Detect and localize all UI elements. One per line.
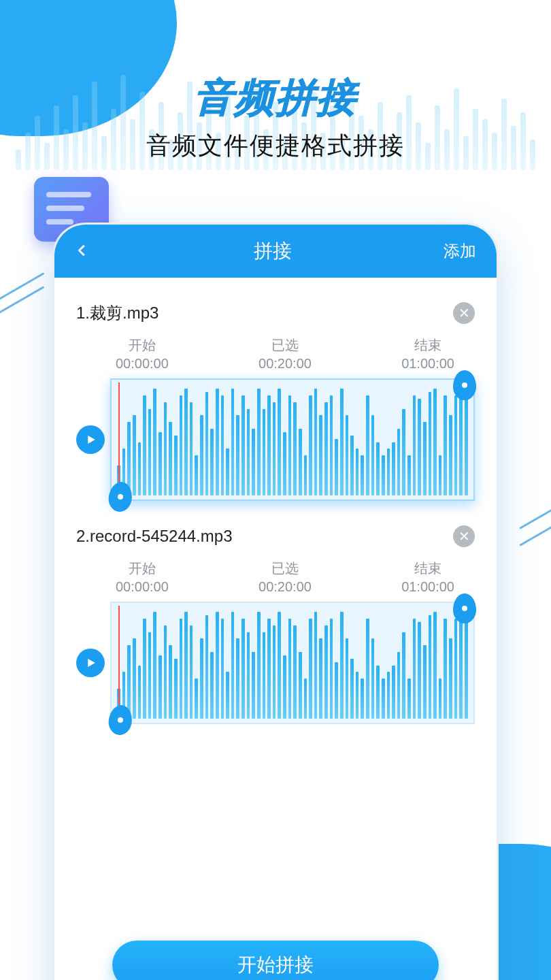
time-selected: 已选00:20:00 [258, 559, 312, 595]
time-start: 开始00:00:00 [116, 559, 169, 595]
hero-title: 音频拼接 [0, 71, 551, 125]
track-item: 2.record-545244.mp3✕开始00:00:00已选00:20:00… [54, 508, 497, 731]
time-value: 00:20:00 [258, 579, 312, 595]
decor-line [0, 272, 44, 301]
time-selected: 已选00:20:00 [258, 336, 312, 372]
track-header: 1.裁剪.mp3✕ [76, 302, 475, 324]
playhead[interactable] [118, 382, 120, 497]
time-value: 00:00:00 [116, 356, 169, 372]
playhead[interactable] [118, 606, 120, 720]
app-bar: 拼接 添加 [54, 225, 497, 278]
time-label: 结束 [401, 336, 454, 355]
phone-frame: 拼接 添加 1.裁剪.mp3✕开始00:00:00已选00:20:00结束01:… [54, 225, 497, 980]
time-value: 00:20:00 [258, 356, 312, 372]
play-button[interactable] [76, 649, 105, 677]
time-value: 00:00:00 [116, 579, 169, 595]
waveform[interactable] [110, 378, 475, 501]
start-merge-button[interactable]: 开始拼接 [112, 941, 439, 980]
time-label: 已选 [258, 336, 312, 355]
waveform-row [76, 602, 475, 724]
decor-line [519, 524, 551, 546]
track-header: 2.record-545244.mp3✕ [76, 525, 475, 547]
time-label: 开始 [116, 559, 169, 578]
decor-line [519, 507, 551, 529]
back-button[interactable] [75, 240, 102, 263]
add-button[interactable]: 添加 [444, 240, 476, 262]
app-bar-title: 拼接 [102, 238, 444, 264]
time-value: 01:00:00 [401, 579, 454, 595]
waveform[interactable] [110, 602, 475, 724]
chevron-left-icon [75, 243, 90, 258]
hero-subtitle: 音频文件便捷格式拼接 [0, 129, 551, 163]
remove-track-button[interactable]: ✕ [453, 525, 475, 547]
play-icon [84, 657, 97, 669]
track-name: 2.record-545244.mp3 [76, 527, 232, 546]
time-row: 开始00:00:00已选00:20:00结束01:00:00 [76, 559, 475, 598]
time-label: 开始 [116, 336, 169, 355]
time-value: 01:00:00 [401, 356, 454, 372]
time-row: 开始00:00:00已选00:20:00结束01:00:00 [76, 336, 475, 374]
remove-track-button[interactable]: ✕ [453, 302, 475, 324]
play-button[interactable] [76, 425, 105, 454]
time-end: 结束01:00:00 [401, 559, 454, 595]
waveform-row [76, 378, 475, 501]
time-start: 开始00:00:00 [116, 336, 169, 372]
track-list: 1.裁剪.mp3✕开始00:00:00已选00:20:00结束01:00:002… [54, 278, 497, 731]
decor-line [0, 286, 44, 315]
play-icon [84, 434, 97, 446]
time-end: 结束01:00:00 [401, 336, 454, 372]
track-item: 1.裁剪.mp3✕开始00:00:00已选00:20:00结束01:00:00 [54, 284, 497, 508]
time-label: 结束 [401, 559, 454, 578]
track-name: 1.裁剪.mp3 [76, 302, 158, 324]
time-label: 已选 [258, 559, 312, 578]
range-end-handle[interactable] [453, 370, 476, 400]
range-end-handle[interactable] [453, 593, 476, 623]
